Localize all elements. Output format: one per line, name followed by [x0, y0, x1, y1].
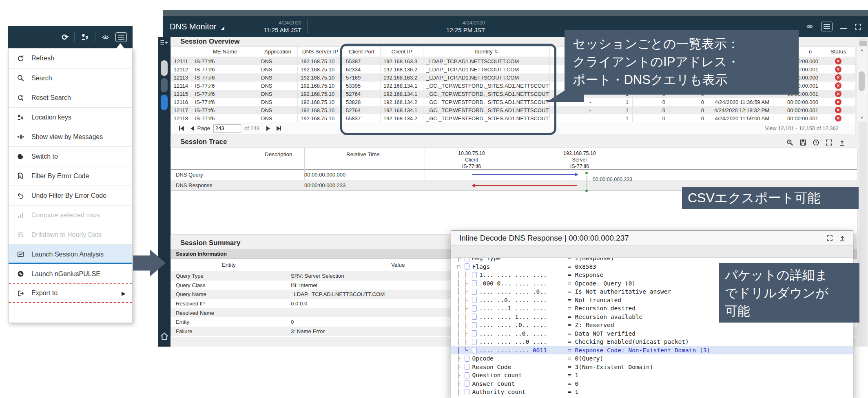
cell-status: ×: [822, 106, 854, 114]
summary-value: 0: [287, 319, 294, 325]
field-value: = Opcode: Query (0): [568, 280, 636, 287]
panel-toggle-blue[interactable]: [161, 95, 168, 110]
menu-item-location-keys[interactable]: Location keys: [9, 107, 132, 127]
decode-tree-node[interactable]: │ ├ .... .... ..0. .... = Data NOT verif…: [451, 329, 853, 338]
drilldown-icon: [16, 231, 25, 238]
decode-tree-node[interactable]: │ ├ .... .... ...0 .... = Checking Enabl…: [451, 338, 853, 346]
decode-tree-node[interactable]: ├ Opcode = 0(Query): [451, 354, 853, 363]
expand-icon[interactable]: [826, 139, 833, 146]
session-overview-title: Session Overview: [180, 38, 240, 46]
history-clock-icon[interactable]: [813, 139, 819, 146]
trace-col-description[interactable]: Description: [265, 151, 292, 157]
save-icon[interactable]: [799, 139, 806, 146]
table-scrollbar[interactable]: ▲ ▼: [857, 46, 867, 122]
maximize-icon[interactable]: [855, 23, 861, 30]
column-header-application[interactable]: Application: [258, 46, 298, 57]
menu-item-launch-ngeniuspulse[interactable]: Launch nGeniusPULSE: [9, 264, 132, 283]
panel-collapse-icon[interactable]: [160, 39, 168, 46]
prev-page-button[interactable]: [190, 126, 194, 131]
next-page-button[interactable]: [266, 126, 270, 131]
packet-field-icon: [472, 272, 477, 278]
title-dropdown-icon[interactable]: ◢: [221, 26, 224, 30]
menu-item-reset-search[interactable]: Reset Search: [9, 88, 132, 107]
inline-decode-titlebar[interactable]: Inline Decode DNS Response | 00:00:00.00…: [451, 231, 853, 246]
menu-item-drilldown-hourly[interactable]: Drilldown to Hourly Data: [9, 225, 132, 244]
trace-col-relative-time[interactable]: Relative Time: [346, 151, 380, 157]
user-location-icon[interactable]: [80, 33, 89, 41]
menu-item-show-view-by-messages[interactable]: Show view by Messages: [9, 127, 132, 146]
panel-toggle-grey[interactable]: [161, 60, 168, 76]
row-number: 12116: [171, 98, 192, 106]
last-page-button[interactable]: [277, 126, 281, 131]
menu-item-refresh[interactable]: Refresh: [9, 49, 132, 68]
cell-me-name: IS-77:if6: [192, 98, 258, 106]
panel-toggle-slate[interactable]: [161, 78, 168, 92]
cell-application: DNS: [258, 73, 298, 82]
cell-me-name: IS-77:if6: [192, 73, 258, 82]
field-bits: .... .... 1... ....: [479, 314, 547, 320]
minimize-icon[interactable]: [840, 28, 847, 29]
cell-application: DNS: [258, 98, 298, 106]
time-range-end[interactable]: 4/24/2020 12:25 PM JST: [446, 20, 485, 33]
first-page-button[interactable]: [179, 126, 184, 131]
refresh-icon[interactable]: ⟳: [62, 32, 69, 42]
field-value: = 1: [568, 389, 578, 395]
column-header[interactable]: [171, 46, 192, 57]
packet-field-icon: [472, 330, 477, 336]
menu-item-switch-to[interactable]: Switch to: [9, 146, 132, 166]
decode-tree-node[interactable]: │ └ .... .... .... 0011 = Response Code:…: [451, 346, 853, 355]
hamburger-menu-icon[interactable]: [115, 32, 127, 42]
zoom-settings-icon[interactable]: [786, 139, 793, 146]
summary-value: 3: Name Error: [287, 328, 325, 334]
cell-count: 1: [595, 98, 633, 106]
field-bits: Reason Code: [472, 364, 511, 370]
eye-icon[interactable]: [101, 34, 110, 41]
cell-dns-server-ip: 192.168.75.10: [298, 106, 343, 114]
scroll-up-icon[interactable]: ▲: [857, 48, 867, 52]
cell-dns-server-ip: 192.168.75.10: [298, 90, 343, 98]
decode-tree-node[interactable]: ├ Authority count = 1: [451, 388, 853, 396]
menu-item-undo-filter[interactable]: Undo Filter By Error Code: [9, 186, 132, 205]
home-icon[interactable]: [160, 332, 169, 340]
packet-field-icon: [472, 322, 477, 328]
menu-item-filter-by-error-code[interactable]: Filter By Error Code: [9, 166, 132, 186]
summary-col-value[interactable]: Value: [391, 262, 405, 268]
eye-icon[interactable]: [806, 23, 814, 30]
packet-field-icon: [472, 280, 477, 286]
scroll-down-icon[interactable]: ▼: [857, 116, 867, 120]
summary-entity: Failure: [171, 328, 287, 334]
column-header-me-name[interactable]: ME Name: [192, 46, 258, 57]
dns-query-arrow: [472, 174, 576, 175]
cell-me-name: IS-77:if6: [192, 65, 258, 73]
window-title[interactable]: DNS Monitor ◢: [170, 22, 264, 31]
cell-application: DNS: [258, 106, 298, 114]
page-input[interactable]: [213, 124, 241, 133]
summary-entity: Resolved IP: [171, 301, 287, 307]
menu-item-search[interactable]: Search: [9, 68, 132, 88]
menu-item-export-to[interactable]: Export to ▶: [9, 283, 132, 303]
expand-icon[interactable]: [826, 235, 833, 241]
column-header-status[interactable]: Status: [822, 46, 854, 57]
decode-tree-node[interactable]: ├ Answer count = 0: [451, 380, 853, 388]
time-range-start[interactable]: 4/24/2020 11:25 AM JST: [264, 20, 301, 33]
menu-caret: [116, 43, 124, 49]
window-menu-icon[interactable]: [821, 22, 833, 31]
cell-application: DNS: [258, 82, 298, 90]
decode-tree-node[interactable]: ├ Question count = 1: [451, 371, 853, 380]
decode-tree-node[interactable]: ├ Reason Code = 3(Non-Existent Domain): [451, 363, 853, 371]
menu-item-launch-session-analysis[interactable]: Launch Session Analysis: [9, 244, 132, 264]
export-icon[interactable]: [839, 139, 846, 146]
menu-item-compare-selected-rows[interactable]: Compare selected rows: [9, 205, 132, 225]
field-bits: .... .... ..0. ....: [479, 330, 547, 337]
table-scrollbar-thumb[interactable]: [859, 71, 865, 91]
summary-value: 0.0.0.0: [287, 301, 307, 307]
column-header-dns-server-ip[interactable]: DNS Server IP: [298, 46, 343, 57]
field-value: = Response Code: Non-Existent Domain (3): [568, 347, 710, 354]
summary-col-entity[interactable]: Entity: [171, 262, 287, 268]
export-icon[interactable]: [839, 235, 846, 241]
tree-connector: │ ├: [457, 305, 471, 312]
tree-connector: ├: [457, 355, 464, 362]
cell-count: 1: [595, 114, 633, 122]
session-summary-title: Session Summary: [180, 239, 240, 247]
packet-field-icon: [472, 297, 477, 303]
